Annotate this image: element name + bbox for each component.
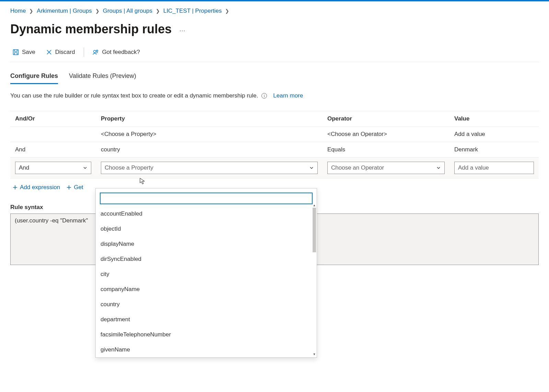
close-icon (46, 49, 52, 56)
more-actions-icon[interactable]: … (179, 26, 186, 33)
table-header-row: And/Or Property Operator Value (10, 111, 539, 127)
description-text: You can use the rule builder or rule syn… (10, 92, 258, 99)
add-expression-label: Add expression (20, 184, 60, 191)
cell-andor[interactable] (10, 130, 96, 138)
tab-configure-rules[interactable]: Configure Rules (10, 70, 58, 84)
breadcrumb: Home ❯ Arkimentum | Groups ❯ Groups | Al… (10, 1, 539, 17)
save-button[interactable]: Save (10, 47, 37, 57)
tabs: Configure Rules Validate Rules (Preview) (10, 70, 539, 84)
svg-point-2 (96, 50, 98, 52)
breadcrumb-lic-test-properties[interactable]: LIC_TEST | Properties (163, 8, 222, 14)
save-label: Save (22, 49, 35, 56)
scrollbar-thumb[interactable] (313, 208, 316, 252)
breadcrumb-home[interactable]: Home (10, 8, 26, 14)
learn-more-link[interactable]: Learn more (273, 92, 303, 99)
toolbar: Save Discard Got feedback? (10, 45, 539, 62)
breadcrumb-arkimentum-groups[interactable]: Arkimentum | Groups (37, 8, 92, 14)
add-expression-button[interactable]: Add expression (12, 184, 60, 191)
description-row: You can use the rule builder or rule syn… (10, 92, 539, 99)
value-input[interactable] (454, 162, 534, 174)
operator-select-placeholder: Choose an Operator (331, 164, 384, 171)
feedback-label: Got feedback? (102, 49, 140, 56)
tab-validate-rules[interactable]: Validate Rules (Preview) (69, 70, 136, 84)
chevron-down-icon (83, 165, 87, 170)
table-row: And country Equals Denmark (10, 142, 539, 158)
feedback-button[interactable]: Got feedback? (90, 47, 142, 57)
chevron-down-icon (309, 165, 314, 170)
dropdown-item-objectid[interactable]: objectId (96, 221, 317, 237)
info-icon[interactable]: i (261, 93, 267, 99)
dropdown-search-input[interactable] (100, 193, 313, 204)
cell-property[interactable]: country (96, 142, 323, 157)
property-select[interactable]: Choose a Property (101, 162, 318, 174)
chevron-down-icon (436, 165, 441, 170)
cell-value[interactable]: Denmark (449, 142, 539, 157)
chevron-right-icon: ❯ (156, 8, 160, 14)
col-header-andor: And/Or (10, 111, 96, 126)
cell-andor[interactable]: And (10, 142, 96, 157)
col-header-property: Property (96, 111, 323, 126)
property-dropdown-panel: accountEnabled objectId displayName dirS… (95, 188, 317, 275)
operator-select[interactable]: Choose an Operator (327, 162, 445, 174)
dropdown-item-city[interactable]: city (96, 267, 317, 275)
save-icon (12, 49, 19, 56)
chevron-right-icon: ❯ (95, 8, 100, 14)
svg-point-1 (94, 50, 96, 53)
discard-button[interactable]: Discard (44, 47, 77, 57)
plus-icon (66, 185, 72, 190)
cell-value[interactable]: Add a value (449, 127, 539, 142)
cell-property[interactable]: <Choose a Property> (96, 127, 323, 142)
andor-select-value: And (19, 164, 29, 171)
plus-icon (12, 185, 18, 190)
col-header-value: Value (449, 111, 539, 126)
get-custom-label: Get (74, 184, 83, 191)
table-row-editing: And Choose a Property Choose an Operator (10, 158, 539, 178)
chevron-right-icon: ❯ (29, 8, 33, 14)
dropdown-item-dirsyncenabled[interactable]: dirSyncEnabled (96, 252, 317, 267)
table-row: <Choose a Property> <Choose an Operator>… (10, 127, 539, 142)
get-custom-button[interactable]: Get (66, 184, 83, 191)
property-select-placeholder: Choose a Property (105, 164, 153, 171)
andor-select[interactable]: And (15, 162, 91, 174)
cell-operator[interactable]: Equals (323, 142, 449, 157)
chevron-right-icon: ❯ (225, 8, 229, 14)
cell-operator[interactable]: <Choose an Operator> (323, 127, 449, 142)
dropdown-item-accountenabled[interactable]: accountEnabled (96, 206, 317, 221)
svg-rect-0 (13, 50, 19, 55)
discard-label: Discard (55, 49, 75, 56)
dropdown-list: accountEnabled objectId displayName dirS… (96, 206, 317, 275)
toolbar-separator (84, 48, 84, 57)
page-title: Dynamic membership rules (10, 22, 172, 36)
title-row: Dynamic membership rules … (10, 22, 539, 36)
scroll-up-icon[interactable]: ▲ (313, 204, 316, 207)
feedback-icon (92, 49, 99, 56)
rule-builder-table: And/Or Property Operator Value <Choose a… (10, 111, 539, 178)
breadcrumb-all-groups[interactable]: Groups | All groups (103, 8, 152, 14)
col-header-operator: Operator (323, 111, 449, 126)
dropdown-item-displayname[interactable]: displayName (96, 237, 317, 252)
